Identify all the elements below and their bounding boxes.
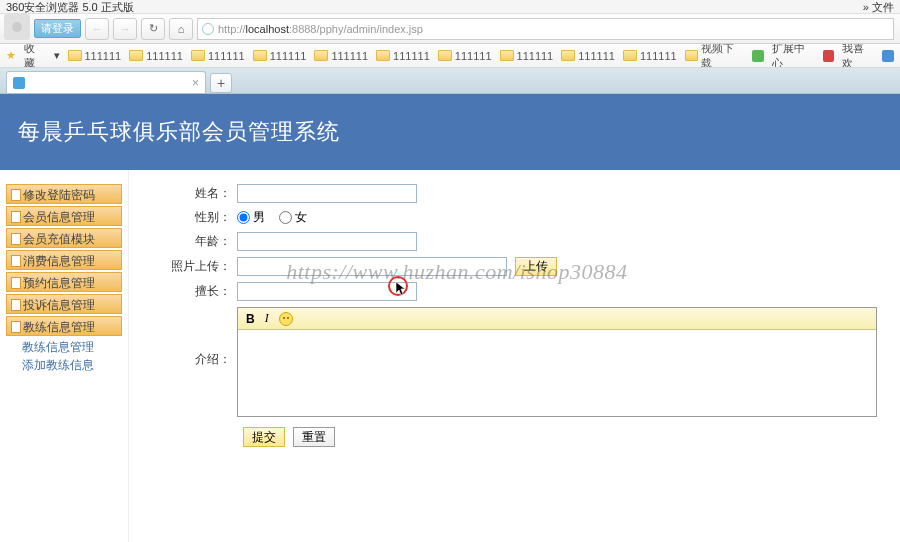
folder-icon	[500, 50, 514, 61]
ext-icon-1[interactable]	[752, 50, 764, 62]
sidebar-item-recharge[interactable]: 会员充值模块	[6, 228, 122, 248]
url-bar[interactable]: http://localhost:8888/pphy/admin/index.j…	[197, 18, 894, 40]
folder-icon	[129, 50, 143, 61]
user-avatar[interactable]	[4, 14, 30, 40]
back-button[interactable]: ←	[85, 18, 109, 40]
editor-toolbar: B I	[238, 308, 876, 330]
folder-icon	[68, 50, 82, 61]
folder-icon	[685, 50, 699, 61]
video-download[interactable]: 视频下载	[685, 44, 745, 68]
photo-label: 照片上传：	[165, 258, 237, 275]
url-text: http://localhost:8888/pphy/admin/index.j…	[218, 23, 423, 35]
gender-male-radio[interactable]: 男	[237, 209, 265, 226]
folder-icon	[623, 50, 637, 61]
folder-icon	[561, 50, 575, 61]
close-icon[interactable]: ×	[192, 76, 199, 90]
main-panel: 姓名： 性别： 男 女 年龄： 照片上传： 上传 擅长： 介绍：	[128, 170, 900, 542]
browser-titlebar: 360安全浏览器 5.0 正式版 » 文件	[0, 0, 900, 14]
italic-button[interactable]: I	[265, 311, 269, 326]
upload-button[interactable]: 上传	[515, 257, 557, 276]
sidebar-item-member-info[interactable]: 会员信息管理	[6, 206, 122, 226]
file-menu[interactable]: 文件	[872, 1, 894, 13]
sidebar-item-reservation[interactable]: 预约信息管理	[6, 272, 122, 292]
folder-icon	[438, 50, 452, 61]
folder-icon	[253, 50, 267, 61]
login-button[interactable]: 请登录	[34, 19, 81, 38]
favorites-icon[interactable]: ★	[6, 49, 16, 62]
bold-button[interactable]: B	[246, 312, 255, 326]
sidebar-item-password[interactable]: 修改登陆密码	[6, 184, 122, 204]
bookmark-folder[interactable]: 111111	[68, 50, 122, 62]
app-title: 每晨乒乓球俱乐部会员管理系统	[18, 117, 340, 147]
browser-tab[interactable]: ×	[6, 71, 206, 93]
favorites-label[interactable]: 收藏	[24, 44, 46, 68]
strength-label: 擅长：	[165, 283, 237, 300]
bookmark-folder[interactable]: 111111	[253, 50, 307, 62]
bookmark-folder[interactable]: 111111	[438, 50, 492, 62]
browser-title: 360安全浏览器 5.0 正式版	[6, 0, 134, 14]
strength-input[interactable]	[237, 282, 417, 301]
bookmark-folder[interactable]: 111111	[191, 50, 245, 62]
bookmark-folder[interactable]: 111111	[129, 50, 183, 62]
bookmark-folder[interactable]: 111111	[561, 50, 615, 62]
ext-center[interactable]: 扩展中心	[772, 44, 815, 68]
folder-icon	[191, 50, 205, 61]
new-tab-button[interactable]: +	[210, 73, 232, 93]
name-label: 姓名：	[165, 185, 237, 202]
bookmark-folder[interactable]: 111111	[376, 50, 430, 62]
tab-bar: × +	[0, 68, 900, 94]
gender-label: 性别：	[165, 209, 237, 226]
browser-nav: 请登录 ← → ↻ ⌂ http://localhost:8888/pphy/a…	[0, 14, 900, 44]
globe-icon	[202, 23, 214, 35]
intro-label: 介绍：	[165, 307, 237, 368]
forward-button[interactable]: →	[113, 18, 137, 40]
ext-icon-3[interactable]	[882, 50, 894, 62]
submit-button[interactable]: 提交	[243, 427, 285, 447]
like-label[interactable]: 我喜欢	[842, 44, 874, 68]
sidebar-item-complaint[interactable]: 投诉信息管理	[6, 294, 122, 314]
age-label: 年龄：	[165, 233, 237, 250]
folder-icon	[376, 50, 390, 61]
sidebar-sub-coach-manage[interactable]: 教练信息管理	[6, 338, 122, 356]
rich-editor: B I	[237, 307, 877, 417]
editor-body[interactable]	[238, 330, 876, 416]
bookmark-folder[interactable]: 111111	[623, 50, 677, 62]
sidebar-item-consumption[interactable]: 消费信息管理	[6, 250, 122, 270]
name-input[interactable]	[237, 184, 417, 203]
bookmarks-bar: ★ 收藏 ▾ 111111 111111 111111 111111 11111…	[0, 44, 900, 68]
reset-button[interactable]: 重置	[293, 427, 335, 447]
sidebar: 修改登陆密码 会员信息管理 会员充值模块 消费信息管理 预约信息管理 投诉信息管…	[0, 170, 128, 542]
tab-favicon	[13, 77, 25, 89]
sidebar-sub-coach-add[interactable]: 添加教练信息	[6, 356, 122, 374]
sidebar-item-coach[interactable]: 教练信息管理	[6, 316, 122, 336]
home-button[interactable]: ⌂	[169, 18, 193, 40]
age-input[interactable]	[237, 232, 417, 251]
emoji-icon[interactable]	[279, 312, 293, 326]
reload-button[interactable]: ↻	[141, 18, 165, 40]
gender-female-radio[interactable]: 女	[279, 209, 307, 226]
photo-input[interactable]	[237, 257, 507, 276]
ext-icon-2[interactable]	[823, 50, 835, 62]
folder-icon	[314, 50, 328, 61]
bookmark-folder[interactable]: 111111	[500, 50, 554, 62]
bookmark-folder[interactable]: 111111	[314, 50, 368, 62]
app-header: 每晨乒乓球俱乐部会员管理系统	[0, 94, 900, 170]
